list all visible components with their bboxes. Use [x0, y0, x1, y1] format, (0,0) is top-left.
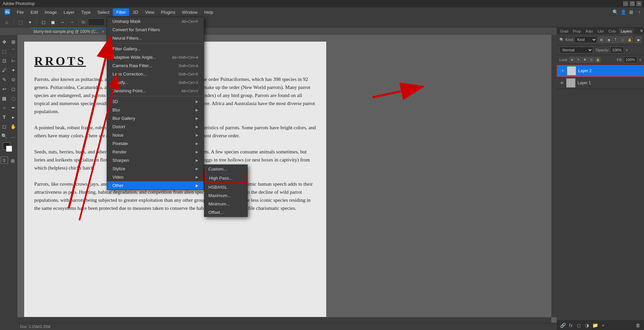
menu-view[interactable]: View [142, 8, 158, 16]
filter-toggle-btn[interactable]: ◉ [635, 37, 641, 43]
layer-item-1[interactable]: 👁 Layer 1 [557, 77, 644, 89]
layer-delete-button[interactable]: 🗑 [635, 322, 641, 329]
hand-tool-btn[interactable]: ✋ [9, 122, 18, 131]
filter-3d[interactable]: 3D ▶ [107, 97, 204, 106]
layer-1-visibility[interactable]: 👁 [559, 81, 564, 85]
document-tab[interactable]: blurry-text-sample.png @ 100% (C... ✕ [30, 28, 108, 35]
filter-stylize[interactable]: Stylize ▶ [107, 164, 204, 173]
eyedropper-btn[interactable]: 🖊 [0, 66, 9, 75]
submenu-custom[interactable]: Custom... [204, 165, 247, 173]
filter-render[interactable]: Render ▶ [107, 148, 204, 156]
pen-tool-btn[interactable]: ✒ [9, 103, 18, 112]
horizontal-scrollbar[interactable] [17, 317, 551, 323]
crop-tool-btn[interactable]: ⊢ [9, 56, 18, 65]
menu-select[interactable]: Select [94, 8, 113, 16]
submenu-offset[interactable]: Offset... [204, 208, 247, 217]
path-selection-btn[interactable]: ▸ [9, 113, 18, 122]
filter-noise[interactable]: Noise ▶ [107, 131, 204, 139]
menu-type[interactable]: Type [78, 8, 94, 16]
menu-layer[interactable]: Layer [60, 8, 78, 16]
filter-liquify[interactable]: Liquify... Shift+Ctrl+X [107, 78, 204, 87]
filter-shape-icon[interactable]: ◻ [620, 37, 626, 43]
background-color-swatch[interactable] [6, 146, 12, 152]
tab-colo[interactable]: Colo [606, 28, 618, 34]
fill-arrow[interactable]: ▾ [639, 58, 641, 62]
filter-adjust-icon[interactable]: ◑ [605, 37, 611, 43]
close-button[interactable]: ✕ [637, 1, 641, 6]
vertical-scrollbar[interactable] [551, 35, 557, 317]
menu-filter[interactable]: Filter [113, 8, 129, 16]
layer-adjustment-button[interactable]: ◑ [584, 322, 590, 329]
gradient-tool-btn[interactable]: ▦ [0, 94, 9, 103]
submenu-minimum[interactable]: Minimum... [204, 200, 247, 208]
filter-neural[interactable]: Neural Filters... [107, 34, 204, 42]
lasso-tool-btn[interactable]: ⌒ [9, 47, 18, 56]
dodge-tool-btn[interactable]: ○ [0, 103, 9, 112]
menu-plugins[interactable]: Plugins [158, 8, 179, 16]
move-transform-icon-btn[interactable]: → [68, 18, 76, 26]
menu-edit[interactable]: Edit [27, 8, 41, 16]
filter-other[interactable]: Other ▶ [107, 181, 204, 190]
filter-vanishing-point[interactable]: Vanishing Point... Alt+Ctrl+V [107, 87, 204, 95]
filter-video[interactable]: Video ▶ [107, 173, 204, 181]
menu-help[interactable]: Help [201, 8, 217, 16]
submenu-maximum[interactable]: Maximum... [204, 191, 247, 200]
zoom-tool-btn[interactable]: 🔍 [0, 132, 9, 140]
marquee-tool-btn[interactable]: ⬚ [16, 18, 24, 26]
filter-distort[interactable]: Distort ▶ [107, 123, 204, 131]
filter-pixel-icon[interactable]: ⊞ [598, 37, 604, 43]
width-input[interactable] [88, 18, 105, 26]
feather-icon-btn[interactable]: ◻ [40, 18, 48, 26]
fill-input[interactable] [624, 56, 637, 63]
account-icon-btn[interactable]: 👤 [620, 9, 627, 15]
filter-gallery[interactable]: Filter Gallery... [107, 45, 204, 53]
menu-file[interactable]: File [13, 8, 27, 16]
filter-blur[interactable]: Blur ▶ [107, 106, 204, 114]
healing-btn[interactable]: ✦ [9, 66, 18, 75]
stamp-tool-btn[interactable]: ⊙ [9, 75, 18, 84]
filter-sharpen[interactable]: Sharpen ▶ [107, 156, 204, 164]
layer-link-button[interactable]: 🔗 [559, 322, 566, 329]
filter-adaptive-wide[interactable]: Adaptive Wide Angle... Alt+Shift+Ctrl+A [107, 53, 204, 61]
tab-libr[interactable]: Libr [596, 28, 606, 34]
eraser-tool-btn[interactable]: ◻ [9, 85, 18, 93]
tab-grad[interactable]: Grad [558, 28, 570, 34]
layer-fx-button[interactable]: fx [567, 322, 574, 329]
layer-new-button[interactable]: + [600, 322, 606, 329]
filter-blur-gallery[interactable]: Blur Gallery ▶ [107, 114, 204, 123]
menu-ps[interactable]: Ps [1, 8, 13, 17]
screen-mode-btn[interactable]: ⊞ [8, 156, 17, 165]
lock-image-icon[interactable]: ✎ [576, 57, 581, 62]
lock-transparent-icon[interactable]: ⊞ [569, 57, 575, 62]
tab-prop[interactable]: Prop [571, 28, 583, 34]
history-brush-btn[interactable]: ↩ [0, 85, 9, 93]
rectangular-marquee-btn[interactable]: ⬚ [0, 47, 9, 56]
lock-position-icon[interactable]: ✥ [582, 57, 588, 62]
brush-tool-btn[interactable]: ✎ [0, 75, 9, 84]
tab-layers[interactable]: Layers [619, 28, 634, 34]
minimize-button[interactable]: — [623, 1, 628, 6]
quick-mask-btn[interactable]: Q [1, 156, 8, 164]
transform-icon-btn[interactable]: ↔ [58, 18, 66, 26]
blur-tool-btn[interactable]: ◌ [9, 94, 18, 103]
home-icon-btn[interactable]: ⌂ [3, 18, 11, 26]
anti-alias-icon-btn[interactable]: ◼ [49, 18, 57, 26]
filter-type-icon[interactable]: T [612, 37, 618, 43]
lock-all-icon[interactable]: 🔒 [595, 57, 600, 62]
opacity-arrow[interactable]: ▾ [626, 48, 628, 52]
doc-tab-close[interactable]: ✕ [102, 30, 105, 34]
layer-folder-button[interactable]: 📁 [592, 322, 598, 329]
blend-mode-select[interactable]: Normal [559, 47, 593, 53]
menu-window[interactable]: Window [179, 8, 201, 16]
extra-tool-btn[interactable]: … [9, 132, 18, 140]
lock-artboard-icon[interactable]: ⊡ [589, 57, 594, 62]
filter-camera-raw[interactable]: Camera Raw Filter... Shift+Ctrl+A [107, 61, 204, 70]
menu-3d[interactable]: 3D [129, 8, 142, 16]
filter-smart-icon[interactable]: 🔒 [627, 37, 633, 43]
menu-image[interactable]: Image [41, 8, 60, 16]
move-tool-btn[interactable]: ✥ [0, 38, 9, 46]
text-tool-btn[interactable]: T [0, 113, 9, 122]
submenu-high-pass[interactable]: High Pass... [204, 173, 247, 183]
submenu-hsb-hsl[interactable]: HSB/HSL [204, 183, 247, 191]
filter-pixelate[interactable]: Pixelate ▶ [107, 139, 204, 148]
